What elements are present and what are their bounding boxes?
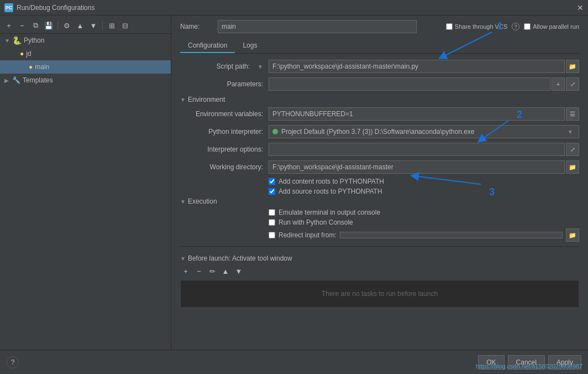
redirect-input-field[interactable] (340, 232, 563, 238)
jd-label: jd (26, 50, 31, 58)
source-roots-row: Add source roots to PYTHONPATH (269, 188, 579, 195)
help-button[interactable]: ? (7, 356, 19, 368)
script-path-dropdown-icon[interactable]: ▼ (258, 64, 263, 70)
parameters-input-area: + ⤢ (269, 77, 579, 91)
env-vars-label: Environment variables: (180, 110, 269, 118)
before-launch-header[interactable]: ▼ Before launch: Activate tool window (180, 254, 579, 262)
tab-logs[interactable]: Logs (235, 39, 265, 53)
run-with-pyconsole-checkbox[interactable] (269, 219, 275, 226)
allow-parallel-input[interactable] (524, 23, 531, 30)
environment-section-header[interactable]: ▼ Environment (180, 96, 579, 103)
env-vars-input-area: ☰ (269, 107, 579, 121)
sort-button[interactable]: ⊞ (106, 20, 117, 31)
templates-label: Templates (23, 76, 53, 84)
env-vars-row: Environment variables: ☰ (180, 107, 579, 121)
interpreter-value: Project Default (Python 3.7 (3)) D:\Soft… (281, 128, 562, 136)
parameters-row: Parameters: + ⤢ (180, 77, 579, 91)
parameters-expand-button[interactable]: ⤢ (566, 77, 579, 91)
script-path-row: Script path: ▼ 📁 (180, 59, 579, 74)
before-launch-toolbar: + − ✏ ▲ ▼ (180, 266, 579, 277)
execution-section-header[interactable]: ▼ Execution (180, 198, 579, 205)
working-dir-input[interactable] (269, 160, 565, 174)
name-row: Name: Share through VCS ? Allow parallel… (180, 20, 579, 33)
working-dir-row: Working directory: 📁 (180, 160, 579, 174)
share-vcs-input[interactable] (446, 23, 453, 30)
redirect-input-browse-button[interactable]: 📁 (566, 228, 579, 242)
dialog-title: Run/Debug Configurations (17, 4, 95, 12)
interpreter-options-row: Interpreter options: ⤢ (180, 142, 579, 157)
script-path-label: Script path: (216, 63, 255, 70)
run-with-pyconsole-row: Run with Python Console (269, 219, 579, 226)
before-launch-arrow: ▼ (180, 256, 186, 262)
before-launch-add-button[interactable]: + (180, 266, 191, 277)
interpreter-options-input-area: ⤢ (269, 143, 579, 156)
before-launch-down-button[interactable]: ▼ (233, 266, 244, 277)
save-config-button[interactable]: 💾 (43, 20, 54, 31)
separator2 (102, 21, 103, 30)
share-vcs-checkbox[interactable]: Share through VCS (446, 23, 507, 30)
script-path-label-area: Script path: ▼ (180, 63, 269, 70)
tab-bar: Configuration Logs (180, 39, 579, 54)
script-path-input[interactable] (269, 60, 565, 73)
settings-button[interactable]: ⚙ (61, 20, 72, 31)
source-roots-label: Add source roots to PYTHONPATH (279, 188, 382, 195)
env-vars-input[interactable] (269, 107, 565, 121)
allow-parallel-checkbox[interactable]: Allow parallel run (524, 23, 579, 30)
content-roots-checkbox[interactable] (269, 178, 275, 185)
main-file-icon: ● (29, 63, 33, 71)
script-path-input-area: 📁 (269, 60, 579, 73)
header-right: Share through VCS ? Allow parallel run (446, 23, 579, 30)
env-section-title: Environment (188, 96, 225, 103)
parameters-add-button[interactable]: + (552, 77, 565, 91)
python-group-label: Python (24, 37, 44, 44)
sidebar: + − ⧉ 💾 ⚙ ▲ ▼ ⊞ ⊟ ▼ 🐍 Python ● jd ● main (0, 15, 171, 350)
script-path-browse-button[interactable]: 📁 (566, 60, 579, 73)
before-launch-up-button[interactable]: ▲ (220, 266, 231, 277)
sidebar-toolbar: + − ⧉ 💾 ⚙ ▲ ▼ ⊞ ⊟ (0, 18, 171, 34)
working-dir-input-area: 📁 (269, 160, 579, 174)
sidebar-item-jd[interactable]: ● jd (0, 47, 171, 60)
fold-button[interactable]: ⊟ (119, 20, 130, 31)
before-launch-remove-button[interactable]: − (193, 266, 204, 277)
redirect-input-row: Redirect input from: 📁 (269, 228, 579, 242)
sidebar-item-main[interactable]: ● main (0, 60, 171, 74)
tab-configuration[interactable]: Configuration (180, 39, 235, 53)
content-roots-row: Add content roots to PYTHONPATH (269, 178, 579, 185)
sidebar-item-python[interactable]: ▼ 🐍 Python (0, 34, 171, 47)
expand-icon: ▼ (4, 38, 10, 44)
bottom-left: ? (7, 356, 19, 368)
add-config-button[interactable]: + (3, 20, 14, 31)
source-roots-checkbox[interactable] (269, 188, 275, 195)
app-icon: PC (4, 3, 13, 12)
sidebar-item-templates[interactable]: ▶ 🔧 Templates (0, 74, 171, 87)
close-button[interactable]: ✕ (577, 3, 584, 12)
env-vars-edit-button[interactable]: ☰ (566, 107, 579, 121)
copy-config-button[interactable]: ⧉ (30, 20, 41, 31)
interpreter-options-expand-button[interactable]: ⤢ (566, 143, 579, 156)
separator (57, 21, 58, 30)
interpreter-status-dot (272, 129, 278, 134)
jd-file-icon: ● (20, 50, 24, 58)
move-up-button[interactable]: ▲ (75, 20, 86, 31)
emulate-terminal-row: Emulate terminal in output console (269, 209, 579, 216)
content-roots-label: Add content roots to PYTHONPATH (279, 178, 384, 185)
move-down-button[interactable]: ▼ (88, 20, 99, 31)
parameters-input[interactable] (269, 77, 550, 91)
before-launch-edit-button[interactable]: ✏ (207, 266, 218, 277)
redirect-input-checkbox[interactable] (269, 232, 275, 238)
name-input[interactable] (218, 20, 417, 33)
interpreter-options-label: Interpreter options: (180, 146, 269, 153)
redirect-input-label: Redirect input from: (279, 231, 337, 239)
watermark-text: https://blog.csdn.net/a15802025636987 (476, 363, 582, 370)
before-launch-title: Before launch: Activate tool window (188, 254, 292, 262)
content-area: Name: Share through VCS ? Allow parallel… (171, 15, 588, 350)
interpreter-dropdown-icon[interactable]: ▼ (565, 129, 575, 135)
interpreter-options-input[interactable] (269, 143, 565, 156)
emulate-terminal-label: Emulate terminal in output console (279, 209, 380, 216)
name-label: Name: (180, 23, 213, 30)
remove-config-button[interactable]: − (17, 20, 28, 31)
interpreter-select[interactable]: Project Default (Python 3.7 (3)) D:\Soft… (269, 125, 579, 138)
working-dir-browse-button[interactable]: 📁 (566, 160, 579, 174)
emulate-terminal-checkbox[interactable] (269, 209, 275, 216)
before-launch-section: ▼ Before launch: Activate tool window + … (180, 246, 579, 308)
